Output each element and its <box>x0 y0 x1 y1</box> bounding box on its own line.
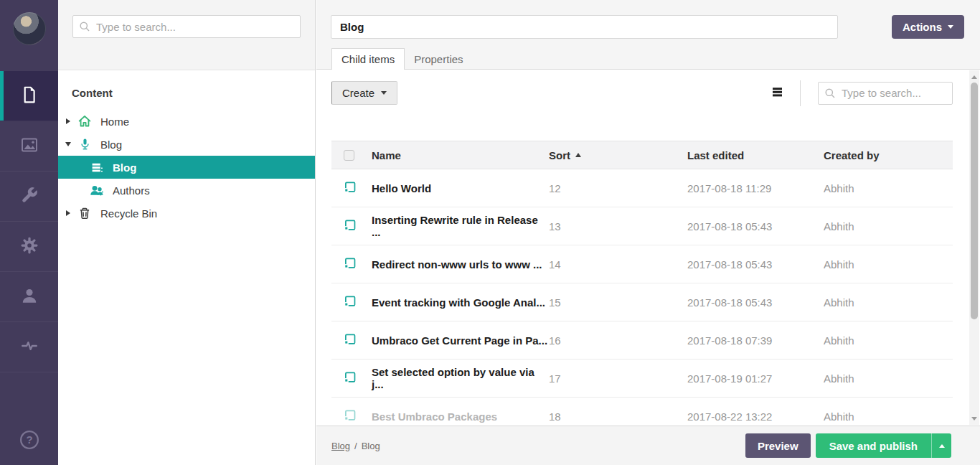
cell-sort: 16 <box>549 334 687 347</box>
cell-sort: 14 <box>549 258 687 271</box>
tree-item-recycle-bin[interactable]: Recycle Bin <box>58 202 315 225</box>
select-all-checkbox[interactable] <box>344 150 354 161</box>
breadcrumb-parent-link[interactable]: Blog <box>331 441 350 451</box>
sidebar-item-content[interactable] <box>0 71 58 121</box>
cell-sort: 12 <box>549 182 687 194</box>
tab-properties[interactable]: Properties <box>405 49 472 70</box>
help-button[interactable]: ? <box>0 429 58 454</box>
list-layout-icon <box>772 86 783 100</box>
table-row[interactable]: Inserting Rewrite rule in Release ... 13… <box>331 207 953 245</box>
cell-name: Inserting Rewrite rule in Release ... <box>372 214 549 238</box>
chevron-down-icon <box>381 91 387 95</box>
editor-footer: Blog / Blog Preview Save and publish <box>316 426 980 465</box>
sidebar-item-settings[interactable] <box>0 172 58 222</box>
preview-button[interactable]: Preview <box>745 433 811 458</box>
tab-content-child-items: Create <box>316 70 980 425</box>
table-header-row: Name Sort Last edited Created by <box>331 141 953 169</box>
table-row[interactable]: Event tracking with Google Anal... 15 20… <box>331 283 953 321</box>
avatar-zone <box>0 0 58 71</box>
cell-last-edited: 2017-08-22 13:22 <box>687 410 824 423</box>
content-note-icon <box>344 371 357 386</box>
sidebar-item-developer[interactable] <box>0 222 58 272</box>
editor-panel: Actions Child items Properties Create <box>316 0 980 465</box>
scroll-up-arrow-icon[interactable] <box>969 72 979 82</box>
column-header-last-edited[interactable]: Last edited <box>687 149 824 161</box>
cell-sort: 17 <box>549 372 687 385</box>
cell-sort: 18 <box>549 410 687 423</box>
column-header-sort-label: Sort <box>549 149 570 161</box>
content-note-icon <box>344 409 357 424</box>
tree-item-blog-child-selected[interactable]: Blog <box>58 156 315 179</box>
search-icon <box>824 88 836 102</box>
cell-sort: 13 <box>549 220 687 232</box>
table-row[interactable]: Redirect non-www urls to www ... 14 2017… <box>331 245 953 283</box>
tree-item-label: Home <box>100 116 129 128</box>
table-row[interactable]: Best Umbraco Packages 18 2017-08-22 13:2… <box>331 398 953 425</box>
content-note-icon <box>344 219 357 234</box>
avatar[interactable] <box>13 12 46 45</box>
cell-last-edited: 2017-08-18 11:29 <box>687 182 824 194</box>
umbraco-backoffice: ? Content Home <box>0 0 980 465</box>
search-icon <box>79 21 90 35</box>
content-note-icon <box>344 181 357 196</box>
cell-name: Umbraco Get Current Page in Pa... <box>372 334 549 347</box>
breadcrumb-current: Blog <box>362 441 380 451</box>
list-search-input[interactable] <box>818 82 953 105</box>
create-button[interactable]: Create <box>331 81 397 105</box>
caret-right-icon[interactable] <box>66 210 70 216</box>
tree-panel: Content Home Blog Blog <box>58 0 316 465</box>
content-tree: Content Home Blog Blog <box>58 87 315 225</box>
cell-created-by: Abhith <box>824 258 953 271</box>
create-button-label: Create <box>342 87 374 99</box>
cell-created-by: Abhith <box>824 372 953 385</box>
tree-item-home[interactable]: Home <box>58 110 315 133</box>
table-body: Hello World 12 2017-08-18 11:29 Abhith <box>331 169 953 425</box>
cell-last-edited: 2017-08-18 07:39 <box>687 334 824 347</box>
editor-tabs: Child items Properties <box>331 48 473 70</box>
scroll-down-arrow-icon[interactable] <box>969 413 979 423</box>
save-options-toggle[interactable] <box>931 433 951 458</box>
people-icon <box>89 184 105 197</box>
document-title-input[interactable] <box>331 15 838 39</box>
cell-name: Best Umbraco Packages <box>372 410 549 423</box>
scrollbar-thumb[interactable] <box>971 83 978 319</box>
tree-item-label: Authors <box>113 184 150 197</box>
table-row[interactable]: Umbraco Get Current Page in Pa... 16 201… <box>331 321 953 360</box>
app-sidebar: ? <box>0 0 58 465</box>
table-row[interactable]: Hello World 12 2017-08-18 11:29 Abhith <box>331 169 953 207</box>
vertical-scrollbar[interactable] <box>969 70 979 425</box>
cell-created-by: Abhith <box>824 182 953 194</box>
content-note-icon <box>344 257 357 272</box>
layout-list-button[interactable] <box>772 86 783 100</box>
cell-name: Hello World <box>372 182 549 194</box>
content-note-icon <box>344 295 357 310</box>
sidebar-item-health[interactable] <box>0 322 58 372</box>
column-header-created-by[interactable]: Created by <box>824 149 953 161</box>
list-icon <box>89 161 105 174</box>
column-header-sort[interactable]: Sort <box>549 149 687 161</box>
user-icon <box>20 286 39 308</box>
tree-item-authors[interactable]: Authors <box>58 179 315 202</box>
chevron-down-icon <box>948 25 953 29</box>
sidebar-item-users[interactable] <box>0 272 58 322</box>
svg-text:?: ? <box>26 433 32 446</box>
toolbar-divider <box>800 80 801 106</box>
actions-button-label: Actions <box>903 21 942 33</box>
tab-child-items[interactable]: Child items <box>331 48 405 70</box>
actions-button[interactable]: Actions <box>892 15 964 39</box>
cell-created-by: Abhith <box>824 220 953 232</box>
caret-down-icon[interactable] <box>65 142 71 146</box>
table-row[interactable]: Set selected option by value via j... 17… <box>331 360 953 398</box>
cell-last-edited: 2017-08-18 05:43 <box>687 220 824 232</box>
caret-right-icon[interactable] <box>66 118 70 124</box>
sidebar-item-media[interactable] <box>0 121 58 172</box>
tree-item-blog[interactable]: Blog <box>58 133 315 156</box>
save-split-button: Save and publish <box>816 433 951 458</box>
image-icon <box>20 136 39 157</box>
tree-item-label: Blog <box>113 161 136 174</box>
save-and-publish-button[interactable]: Save and publish <box>816 433 931 458</box>
question-icon: ? <box>19 429 40 454</box>
column-header-name[interactable]: Name <box>372 149 549 161</box>
tree-search-input[interactable] <box>72 15 301 38</box>
cell-last-edited: 2017-08-18 05:43 <box>687 258 824 271</box>
